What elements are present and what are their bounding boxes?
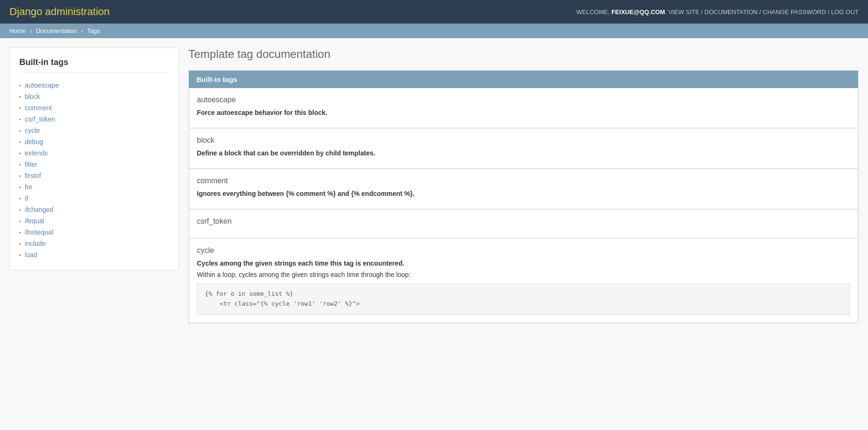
tag-name-cycle: cycle bbox=[197, 246, 850, 255]
sidebar-link-include[interactable]: include bbox=[25, 240, 46, 247]
sidebar-tag-list: autoescape block comment csrf_token cycl… bbox=[19, 80, 169, 260]
logout-link[interactable]: LOG OUT bbox=[831, 8, 859, 16]
tag-desc-block: Define a block that can be overridden by… bbox=[197, 149, 850, 157]
tag-name-comment: comment bbox=[197, 177, 850, 185]
site-header: Django administration WELCOME, FEIXUE@QQ… bbox=[0, 0, 868, 24]
sidebar-link-debug[interactable]: debug bbox=[25, 138, 43, 146]
list-item: load bbox=[19, 249, 169, 260]
list-item: if bbox=[19, 193, 169, 204]
sidebar-link-if[interactable]: if bbox=[25, 195, 28, 202]
site-title[interactable]: Django administration bbox=[9, 6, 110, 18]
sidebar-link-comment[interactable]: comment bbox=[25, 104, 52, 112]
username: FEIXUE@QQ.COM bbox=[611, 8, 665, 16]
sidebar-link-load[interactable]: load bbox=[25, 251, 37, 259]
section-header: Built-in tags bbox=[189, 71, 858, 88]
content-wrapper: Built-in tags autoescape block comment c… bbox=[0, 38, 868, 333]
sidebar-link-ifequal[interactable]: ifequal bbox=[25, 217, 44, 225]
sidebar-link-for[interactable]: for bbox=[25, 183, 32, 191]
sidebar-link-ifnotequal[interactable]: ifnotequal bbox=[25, 228, 54, 236]
list-item: block bbox=[19, 91, 169, 102]
breadcrumb-current: Tags bbox=[87, 27, 100, 34]
tag-entry-block: block Define a block that can be overrid… bbox=[189, 128, 858, 169]
tag-entry-cycle: cycle Cycles among the given strings eac… bbox=[189, 238, 858, 323]
list-item: extends bbox=[19, 147, 169, 159]
list-item: autoescape bbox=[19, 80, 169, 91]
sidebar-link-firstof[interactable]: firstof bbox=[25, 172, 41, 179]
list-item: ifequal bbox=[19, 215, 169, 227]
list-item: for bbox=[19, 181, 169, 193]
breadcrumb-separator-2: › bbox=[81, 27, 83, 34]
tag-desc-cycle: Cycles among the given strings each time… bbox=[197, 260, 850, 267]
breadcrumb: Home › Documentation › Tags bbox=[0, 24, 868, 38]
tag-entry-comment: comment Ignores everything between {% co… bbox=[189, 169, 858, 209]
breadcrumb-home[interactable]: Home bbox=[9, 27, 26, 34]
user-info: WELCOME, FEIXUE@QQ.COM. VIEW SITE / DOCU… bbox=[576, 8, 859, 16]
list-item: ifchanged bbox=[19, 204, 169, 215]
sidebar-link-csrf_token[interactable]: csrf_token bbox=[25, 115, 56, 123]
sidebar: Built-in tags autoescape block comment c… bbox=[9, 48, 179, 324]
sidebar-link-autoescape[interactable]: autoescape bbox=[25, 81, 59, 89]
list-item: debug bbox=[19, 136, 169, 147]
code-block-cycle: {% for o in some_list %} <tr class="{% c… bbox=[197, 283, 850, 315]
view-site-link[interactable]: VIEW SITE bbox=[668, 8, 699, 16]
page-title: Template tag documentation bbox=[188, 48, 859, 61]
content-section: Built-in tags autoescape Force autoescap… bbox=[188, 70, 859, 324]
sidebar-link-filter[interactable]: filter bbox=[25, 161, 37, 168]
tag-entry-csrf_token: csrf_token bbox=[189, 209, 858, 238]
main-content: Template tag documentation Built-in tags… bbox=[188, 48, 859, 324]
list-item: cycle bbox=[19, 125, 169, 136]
list-item: comment bbox=[19, 102, 169, 114]
sidebar-heading: Built-in tags bbox=[19, 57, 169, 73]
sidebar-link-extends[interactable]: extends bbox=[25, 149, 48, 157]
tag-desc-comment: Ignores everything between {% comment %}… bbox=[197, 190, 850, 197]
list-item: filter bbox=[19, 159, 169, 170]
change-password-link[interactable]: CHANGE PASSWORD bbox=[763, 8, 826, 16]
list-item: ifnotequal bbox=[19, 227, 169, 238]
sidebar-box: Built-in tags autoescape block comment c… bbox=[9, 48, 179, 270]
breadcrumb-documentation[interactable]: Documentation bbox=[36, 27, 77, 34]
tag-name-autoescape: autoescape bbox=[197, 96, 850, 104]
breadcrumb-separator-1: › bbox=[30, 27, 32, 34]
welcome-text: WELCOME, bbox=[576, 8, 610, 16]
sidebar-link-cycle[interactable]: cycle bbox=[25, 127, 40, 134]
sidebar-link-ifchanged[interactable]: ifchanged bbox=[25, 206, 54, 213]
list-item: include bbox=[19, 238, 169, 249]
documentation-link[interactable]: DOCUMENTATION bbox=[705, 8, 758, 16]
list-item: firstof bbox=[19, 170, 169, 181]
list-item: csrf_token bbox=[19, 114, 169, 125]
sidebar-link-block[interactable]: block bbox=[25, 93, 41, 100]
tag-entry-autoescape: autoescape Force autoescape behavior for… bbox=[189, 88, 858, 128]
tag-name-csrf_token: csrf_token bbox=[197, 217, 850, 226]
tag-desc-autoescape: Force autoescape behavior for this block… bbox=[197, 109, 850, 116]
tag-name-block: block bbox=[197, 136, 850, 145]
tag-desc-secondary-cycle: Within a loop, cycles among the given st… bbox=[197, 271, 850, 278]
